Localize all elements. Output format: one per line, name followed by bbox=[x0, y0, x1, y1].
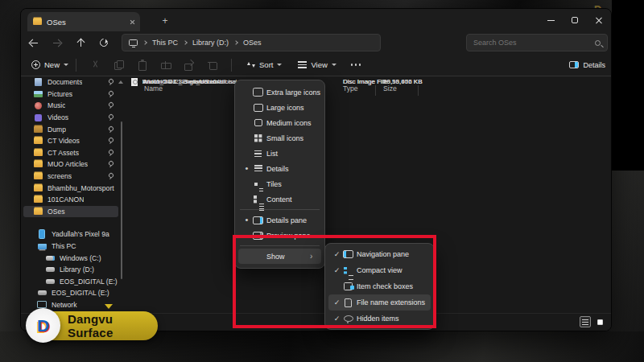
sidebar-item-label: Dump bbox=[47, 125, 66, 134]
sidebar-item-label: 101CANON bbox=[47, 195, 84, 204]
sidebar-item-label: CT Videos bbox=[47, 137, 80, 145]
pin-icon bbox=[108, 161, 114, 167]
sidebar-item[interactable]: Videos bbox=[21, 112, 123, 124]
pin-icon bbox=[108, 126, 114, 133]
new-tab-button[interactable]: + bbox=[159, 16, 171, 27]
up-button[interactable] bbox=[70, 34, 91, 51]
file-row[interactable]: Win11_24H2_EnglishInternational_x64.iso … bbox=[123, 76, 612, 87]
menu-item-label: Details bbox=[266, 165, 310, 173]
large-thumbnails-view-toggle[interactable] bbox=[594, 316, 605, 327]
sidebar-item[interactable]: Bhambhu_Motorsport bbox=[21, 182, 123, 194]
pc-icon bbox=[37, 242, 47, 251]
details-pane-toggle[interactable]: Details bbox=[569, 61, 605, 69]
search-input[interactable] bbox=[473, 39, 595, 47]
view-menu-item[interactable]: Small icons bbox=[238, 130, 321, 146]
toolbar-divider bbox=[76, 59, 76, 72]
breadcrumb-oses[interactable]: OSes bbox=[243, 39, 262, 47]
more-options-button[interactable] bbox=[351, 64, 361, 66]
cut-icon[interactable] bbox=[91, 60, 100, 69]
sidebar-item[interactable]: Yadullah's Pixel 9a bbox=[21, 228, 123, 241]
paste-icon[interactable] bbox=[138, 60, 147, 69]
view-menu-item[interactable]: List bbox=[238, 146, 321, 161]
windows-drive-icon bbox=[45, 253, 55, 262]
view-menu-item[interactable]: Tiles bbox=[238, 176, 321, 191]
chevron-right-icon bbox=[142, 40, 147, 45]
folder-icon bbox=[33, 195, 43, 204]
search-box[interactable] bbox=[466, 34, 608, 51]
title-bar[interactable]: OSes + bbox=[21, 9, 611, 31]
large-icons-icon bbox=[252, 104, 264, 112]
watermark-logo: D bbox=[26, 308, 60, 343]
sidebar-item[interactable]: Pictures bbox=[21, 88, 123, 101]
sidebar-item[interactable]: Dump bbox=[21, 123, 123, 135]
new-button[interactable]: New bbox=[31, 60, 68, 69]
sidebar-item-label: Yadullah's Pixel 9a bbox=[52, 230, 109, 238]
pin-icon bbox=[108, 79, 114, 85]
back-button[interactable] bbox=[23, 34, 44, 51]
plus-circle-icon bbox=[31, 60, 40, 69]
share-icon[interactable] bbox=[184, 60, 193, 69]
sidebar-item[interactable]: EOS_DIGITAL (E:) bbox=[21, 287, 123, 299]
refresh-button[interactable] bbox=[93, 34, 114, 51]
dump-icon bbox=[33, 125, 43, 134]
sort-label: Sort bbox=[259, 60, 273, 69]
explorer-tab-oses[interactable]: OSes bbox=[27, 12, 140, 31]
view-menu-item[interactable]: Large icons bbox=[238, 100, 321, 115]
medium-icons-icon bbox=[252, 119, 264, 126]
sidebar-item[interactable]: 101CANON bbox=[21, 194, 123, 206]
sidebar-item[interactable]: MUO Articles bbox=[21, 158, 123, 171]
close-button[interactable] bbox=[587, 9, 611, 31]
folder-icon bbox=[33, 207, 43, 216]
sidebar-item[interactable]: Windows (C:) bbox=[21, 252, 123, 264]
view-menu-item[interactable]: Medium icons bbox=[238, 115, 321, 130]
address-bar[interactable]: This PC Library (D:) OSes bbox=[122, 34, 381, 51]
view-menu-item[interactable]: Content bbox=[238, 191, 321, 207]
breadcrumb-this-pc[interactable]: This PC bbox=[152, 39, 178, 47]
folder-icon bbox=[33, 172, 43, 181]
copy-icon[interactable] bbox=[114, 60, 123, 69]
pin-icon bbox=[108, 150, 114, 156]
sidebar-item[interactable]: OSes bbox=[21, 206, 123, 218]
sort-button[interactable]: Sort bbox=[247, 60, 282, 69]
drive-icon bbox=[45, 265, 55, 274]
sidebar-item-label: Network bbox=[52, 301, 77, 309]
sidebar-item[interactable]: Documents bbox=[21, 76, 123, 88]
sidebar-item[interactable]: This PC bbox=[21, 241, 123, 253]
tab-close-icon[interactable] bbox=[130, 19, 135, 25]
forward-button[interactable] bbox=[47, 34, 68, 51]
pin-icon bbox=[108, 114, 114, 121]
music-icon bbox=[33, 101, 43, 110]
view-menu-item[interactable]: Extra large icons bbox=[238, 84, 321, 100]
navigation-pane: Documents Pictures Music bbox=[21, 76, 123, 315]
sidebar-item[interactable]: screens bbox=[21, 171, 123, 183]
pin-icon bbox=[108, 173, 114, 179]
folder-icon bbox=[32, 18, 42, 27]
view-menu-item[interactable]: Details pane bbox=[238, 212, 321, 228]
back-icon bbox=[30, 39, 38, 47]
view-button[interactable]: View bbox=[298, 60, 336, 69]
tiles-icon bbox=[252, 183, 264, 186]
desktop: D D D D D D D D D OSes + bbox=[0, 0, 644, 362]
annotation-highlight-rectangle bbox=[233, 235, 436, 328]
sidebar-item[interactable]: CT Videos bbox=[21, 135, 123, 147]
maximize-button[interactable] bbox=[563, 9, 587, 31]
details-view-icon bbox=[582, 319, 588, 325]
sidebar-item-label: Pictures bbox=[47, 90, 72, 98]
minimize-button[interactable] bbox=[539, 9, 563, 31]
sidebar-item[interactable]: Music bbox=[21, 100, 123, 112]
minimize-icon bbox=[547, 20, 555, 21]
breadcrumb-library-d[interactable]: Library (D:) bbox=[192, 39, 229, 47]
details-view-toggle[interactable] bbox=[580, 316, 591, 327]
documents-icon bbox=[33, 78, 43, 87]
tab-title: OSes bbox=[47, 18, 125, 27]
delete-icon[interactable] bbox=[208, 60, 217, 69]
sidebar-item[interactable]: Library (D:) bbox=[21, 264, 123, 276]
rename-icon[interactable] bbox=[161, 60, 170, 69]
menu-item-label: Medium icons bbox=[266, 119, 312, 127]
phone-icon bbox=[37, 230, 47, 239]
sidebar-scrollbar[interactable] bbox=[121, 121, 123, 279]
details-toggle-label: Details bbox=[583, 61, 605, 69]
sidebar-item[interactable]: EOS_DIGITAL (E:) bbox=[21, 276, 123, 288]
view-menu-item[interactable]: Details bbox=[238, 161, 321, 176]
sidebar-item[interactable]: CT Assets bbox=[21, 147, 123, 159]
